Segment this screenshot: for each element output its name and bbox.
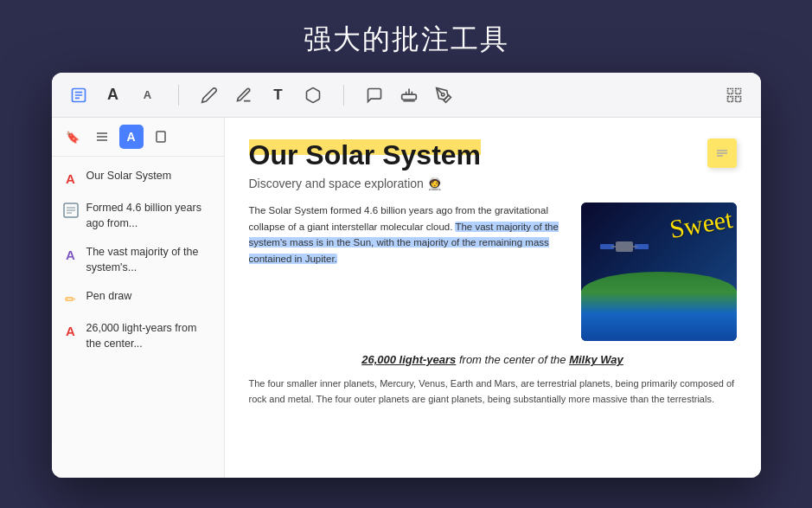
doc-quote-bold: 26,000 light-years xyxy=(361,353,456,366)
svg-rect-9 xyxy=(735,96,740,101)
sidebar: 🔖 A A xyxy=(52,118,225,478)
doc-title-block: Our Solar System xyxy=(249,138,737,171)
doc-quote-title: Milky Way xyxy=(569,353,623,366)
sidebar-items-list: A Our Solar System Formed 4.6 billion ye… xyxy=(52,157,224,363)
highlighter-icon[interactable] xyxy=(231,82,257,108)
svg-rect-7 xyxy=(735,88,740,93)
main-content: 🔖 A A xyxy=(52,118,761,478)
doc-quote: 26,000 light-years from the center of th… xyxy=(249,353,737,366)
satellite-image xyxy=(598,228,650,263)
doc-body-row: The Solar System formed 4.6 billion year… xyxy=(249,203,737,341)
sidebar-toolbar: 🔖 A xyxy=(52,118,224,157)
sidebar-item-text-3: Pen draw xyxy=(86,289,214,305)
sidebar-item-icon-0: A xyxy=(62,170,80,187)
svg-point-5 xyxy=(441,93,444,95)
sidebar-item-0[interactable]: A Our Solar System xyxy=(52,162,224,194)
text-small-icon[interactable]: A xyxy=(135,82,161,108)
svg-rect-8 xyxy=(727,96,732,101)
sidebar-item-2[interactable]: A The vast majority of the system's... xyxy=(52,238,224,282)
sidebar-item-icon-1 xyxy=(62,202,80,219)
document-area: Our Solar System Discovery and space exp… xyxy=(225,118,761,478)
toolbar: A A T xyxy=(52,73,761,118)
page-tool[interactable] xyxy=(149,125,173,149)
text-field-icon[interactable]: T xyxy=(265,82,291,108)
sidebar-item-icon-3: ✏ xyxy=(62,290,80,307)
sidebar-item-text-4: 26,000 light-years from the center... xyxy=(86,321,214,351)
stamp-icon[interactable] xyxy=(396,82,422,108)
svg-rect-13 xyxy=(157,132,165,142)
sidebar-item-icon-2: A xyxy=(62,246,80,263)
sep2 xyxy=(343,85,344,106)
doc-footer-text: The four smaller inner planets, Mercury,… xyxy=(249,376,737,407)
selection-icon[interactable] xyxy=(721,82,747,108)
page-title: 强大的批注工具 xyxy=(304,21,509,59)
sidebar-item-1[interactable]: Formed 4.6 billion years ago from... xyxy=(52,194,224,238)
sep1 xyxy=(178,85,179,106)
sidebar-item-text-1: Formed 4.6 billion years ago from... xyxy=(86,201,214,231)
sidebar-item-4[interactable]: A 26,000 light-years from the center... xyxy=(52,314,224,358)
sidebar-item-text-0: Our Solar System xyxy=(86,169,214,184)
toolbar-group-misc xyxy=(361,82,457,108)
svg-rect-16 xyxy=(616,241,633,252)
doc-body-text: The Solar System formed 4.6 billion year… xyxy=(249,203,567,341)
pencil-icon[interactable] xyxy=(196,82,222,108)
earth-image xyxy=(581,272,737,341)
sidebar-item-icon-4: A xyxy=(62,322,80,339)
app-window: A A T xyxy=(52,73,761,478)
annotation-icon[interactable] xyxy=(66,82,92,108)
pen-icon[interactable] xyxy=(431,82,457,108)
comment-icon[interactable] xyxy=(361,82,387,108)
shape-icon[interactable] xyxy=(300,82,326,108)
svg-rect-6 xyxy=(727,88,732,93)
doc-quote-italic: from the center of the xyxy=(459,353,566,366)
text-large-icon[interactable]: A xyxy=(100,82,126,108)
toolbar-group-main: A A xyxy=(66,82,161,108)
toolbar-group-draw: T xyxy=(196,82,326,108)
sidebar-item-3[interactable]: ✏ Pen draw xyxy=(52,282,224,314)
sidebar-item-text-2: The vast majority of the system's... xyxy=(86,245,214,275)
doc-title: Our Solar System xyxy=(249,139,482,170)
doc-subtitle: Discovery and space exploration 🧑‍🚀 xyxy=(249,177,737,190)
doc-image: Sweet xyxy=(581,203,737,341)
sticky-note[interactable] xyxy=(707,138,737,168)
annotation-list-tool[interactable]: A xyxy=(119,125,144,149)
bookmark-tool[interactable]: 🔖 xyxy=(61,125,85,149)
list-tool[interactable] xyxy=(90,125,114,149)
